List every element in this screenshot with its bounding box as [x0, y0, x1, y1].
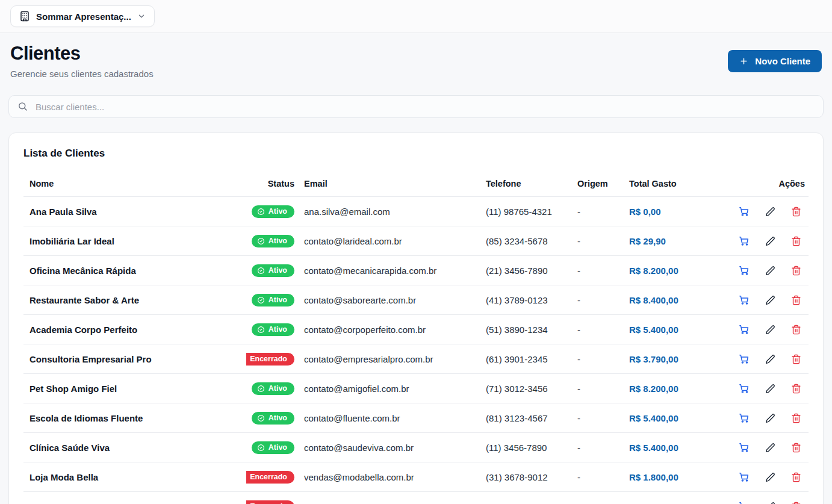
client-origin: - — [573, 413, 624, 423]
topbar: Sommar Apresentaç... — [0, 0, 832, 33]
edit-button[interactable] — [765, 412, 775, 423]
pencil-icon — [765, 354, 775, 364]
trash-icon — [791, 266, 801, 276]
page-title: Clientes — [10, 43, 154, 64]
client-total-spent: R$ 5.400,00 — [624, 325, 731, 335]
pencil-icon — [765, 266, 775, 276]
status-label: Ativo — [269, 444, 287, 452]
edit-button[interactable] — [765, 442, 775, 453]
client-email: ana.silva@email.com — [300, 207, 481, 217]
cart-button[interactable] — [739, 501, 750, 504]
delete-button[interactable] — [791, 471, 801, 482]
client-phone: (41) 3789-0123 — [481, 295, 573, 305]
client-phone: (11) 3456-7890 — [481, 443, 573, 453]
table-row: Restaurante Sabor & Arte Ativo contato@s… — [23, 285, 809, 315]
edit-button[interactable] — [765, 235, 775, 246]
status-label: Ativo — [269, 414, 287, 422]
table-row: Academia Corpo Perfeito Ativo contato@co… — [23, 315, 809, 344]
client-status-cell: Encerrado — [246, 353, 300, 366]
trash-icon — [791, 207, 801, 217]
workspace-selector-label: Sommar Apresentaç... — [36, 11, 131, 22]
cart-button[interactable] — [739, 471, 750, 482]
table-body: Ana Paula Silva Ativo ana.silva@email.co… — [23, 197, 809, 504]
client-origin: - — [573, 325, 624, 335]
status-badge: Ativo — [252, 205, 294, 218]
page-subtitle: Gerencie seus clientes cadastrados — [10, 69, 154, 79]
row-actions — [731, 442, 809, 453]
delete-button[interactable] — [791, 265, 801, 276]
search-input[interactable] — [8, 95, 824, 118]
check-circle-icon — [257, 444, 265, 452]
delete-button[interactable] — [791, 294, 801, 305]
client-status-cell: Ativo — [246, 323, 300, 336]
row-actions — [731, 206, 809, 217]
cart-button[interactable] — [739, 206, 750, 217]
status-label: Encerrado — [250, 473, 287, 481]
pencil-icon — [765, 325, 775, 335]
new-client-button[interactable]: Novo Cliente — [728, 50, 822, 72]
edit-button[interactable] — [765, 294, 775, 305]
table-row: Ana Paula Silva Ativo ana.silva@email.co… — [23, 197, 809, 226]
table-row: Oficina Mecânica Rápida Ativo contato@me… — [23, 256, 809, 285]
cart-button[interactable] — [739, 324, 750, 335]
column-header-email: Email — [300, 179, 481, 188]
client-status-cell: Ativo — [246, 264, 300, 277]
status-badge: Ativo — [252, 235, 294, 247]
cart-icon — [739, 471, 750, 482]
main-content: Clientes Gerencie seus clientes cadastra… — [0, 33, 832, 504]
client-origin: - — [573, 472, 624, 482]
edit-button[interactable] — [765, 324, 775, 335]
cart-button[interactable] — [739, 353, 750, 364]
edit-button[interactable] — [765, 206, 775, 217]
client-email: contato@empresarialpro.com.br — [300, 354, 481, 364]
cart-button[interactable] — [739, 235, 750, 246]
client-phone: (11) 98765-4321 — [481, 207, 573, 217]
cart-button[interactable] — [739, 383, 750, 394]
edit-button[interactable] — [765, 353, 775, 364]
client-email: contato@mecanicarapida.com.br — [300, 266, 481, 276]
delete-button[interactable] — [791, 353, 801, 364]
client-email: vendas@modabella.com.br — [300, 472, 481, 482]
client-origin: - — [573, 236, 624, 246]
delete-button[interactable] — [791, 501, 801, 504]
cart-button[interactable] — [739, 412, 750, 423]
delete-button[interactable] — [791, 235, 801, 246]
status-badge: Encerrado — [246, 471, 294, 484]
edit-button[interactable] — [765, 501, 775, 504]
check-circle-icon — [257, 385, 265, 393]
row-actions — [731, 501, 809, 504]
edit-button[interactable] — [765, 383, 775, 394]
client-total-spent: R$ 8.400,00 — [624, 295, 731, 305]
edit-button[interactable] — [765, 471, 775, 482]
cart-button[interactable] — [739, 265, 750, 276]
status-badge: Encerrado — [246, 353, 294, 366]
trash-icon — [791, 236, 801, 246]
delete-button[interactable] — [791, 206, 801, 217]
building-icon — [19, 11, 30, 22]
delete-button[interactable] — [791, 442, 801, 453]
pencil-icon — [765, 295, 775, 305]
client-status-cell: Ativo — [246, 441, 300, 454]
delete-button[interactable] — [791, 412, 801, 423]
status-label: Ativo — [269, 208, 287, 216]
client-status-cell: Ativo — [246, 412, 300, 425]
cart-button[interactable] — [739, 442, 750, 453]
status-badge: Ativo — [252, 382, 294, 395]
delete-button[interactable] — [791, 324, 801, 335]
workspace-selector-button[interactable]: Sommar Apresentaç... — [10, 5, 155, 27]
trash-icon — [791, 502, 801, 504]
client-name: Clínica Saúde Viva — [23, 443, 246, 453]
column-header-acoes: Ações — [731, 179, 809, 188]
clients-card: Lista de Clientes Nome Status Email Tele… — [8, 132, 824, 504]
table-row: Loja Moda Bella Encerrado vendas@modabel… — [23, 462, 809, 492]
trash-icon — [791, 472, 801, 482]
status-badge: Ativo — [252, 323, 294, 336]
table-row: Pet Shop Amigo Fiel Ativo contato@amigof… — [23, 374, 809, 403]
delete-button[interactable] — [791, 383, 801, 394]
client-total-spent: R$ 1.800,00 — [624, 472, 731, 482]
pencil-icon — [765, 413, 775, 423]
client-origin: - — [573, 295, 624, 305]
cart-button[interactable] — [739, 294, 750, 305]
edit-button[interactable] — [765, 265, 775, 276]
search-icon — [17, 101, 28, 111]
